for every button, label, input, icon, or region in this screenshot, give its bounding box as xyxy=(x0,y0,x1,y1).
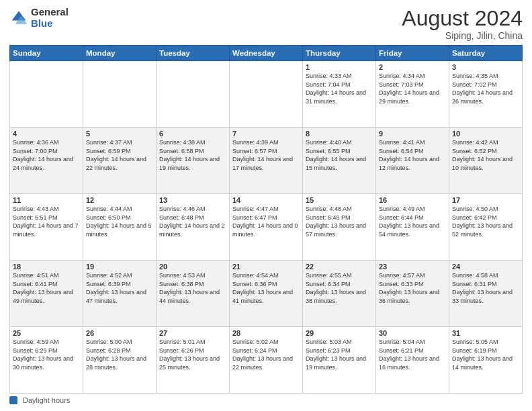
day-number: 4 xyxy=(13,130,80,138)
day-info: Sunrise: 4:55 AM Sunset: 6:34 PM Dayligh… xyxy=(306,271,373,305)
footer-dot xyxy=(9,396,17,404)
day-number: 9 xyxy=(379,130,446,138)
calendar-day-cell xyxy=(83,61,157,128)
calendar-day-cell: 12Sunrise: 4:44 AM Sunset: 6:50 PM Dayli… xyxy=(83,194,157,261)
month-title: August 2024 xyxy=(402,7,523,30)
day-info: Sunrise: 4:49 AM Sunset: 6:44 PM Dayligh… xyxy=(379,205,446,238)
day-info: Sunrise: 4:36 AM Sunset: 7:00 PM Dayligh… xyxy=(13,138,80,172)
day-info: Sunrise: 4:53 AM Sunset: 6:38 PM Dayligh… xyxy=(159,271,226,305)
calendar-week-row: 18Sunrise: 4:51 AM Sunset: 6:41 PM Dayli… xyxy=(10,261,523,327)
calendar-day-cell: 2Sunrise: 4:34 AM Sunset: 7:03 PM Daylig… xyxy=(376,61,449,128)
logo-general: General xyxy=(31,7,69,18)
calendar-day-cell: 22Sunrise: 4:55 AM Sunset: 6:34 PM Dayli… xyxy=(303,261,376,327)
calendar-day-cell xyxy=(10,61,83,128)
day-number: 16 xyxy=(379,196,446,204)
calendar-day-cell: 4Sunrise: 4:36 AM Sunset: 7:00 PM Daylig… xyxy=(10,128,83,194)
day-info: Sunrise: 4:48 AM Sunset: 6:45 PM Dayligh… xyxy=(306,205,373,238)
day-info: Sunrise: 4:35 AM Sunset: 7:02 PM Dayligh… xyxy=(452,72,519,105)
day-number: 19 xyxy=(86,263,153,271)
calendar-day-cell: 31Sunrise: 5:05 AM Sunset: 6:19 PM Dayli… xyxy=(449,327,523,394)
day-number: 14 xyxy=(232,196,300,204)
day-number: 25 xyxy=(13,329,80,337)
logo-text: General Blue xyxy=(31,7,69,29)
day-number: 2 xyxy=(379,63,446,71)
calendar-day-cell: 19Sunrise: 4:52 AM Sunset: 6:39 PM Dayli… xyxy=(83,261,157,327)
calendar-day-cell: 24Sunrise: 4:58 AM Sunset: 6:31 PM Dayli… xyxy=(449,261,523,327)
day-info: Sunrise: 5:00 AM Sunset: 6:28 PM Dayligh… xyxy=(86,338,153,371)
day-number: 6 xyxy=(159,130,226,138)
day-number: 11 xyxy=(13,196,80,204)
calendar-table: SundayMondayTuesdayWednesdayThursdayFrid… xyxy=(9,45,523,394)
calendar-day-header: Saturday xyxy=(449,46,523,61)
calendar-day-cell: 13Sunrise: 4:46 AM Sunset: 6:48 PM Dayli… xyxy=(157,194,230,261)
day-info: Sunrise: 5:05 AM Sunset: 6:19 PM Dayligh… xyxy=(452,338,519,371)
day-info: Sunrise: 4:40 AM Sunset: 6:55 PM Dayligh… xyxy=(306,138,373,172)
day-number: 12 xyxy=(86,196,153,204)
day-info: Sunrise: 4:44 AM Sunset: 6:50 PM Dayligh… xyxy=(86,205,153,238)
calendar-day-cell: 8Sunrise: 4:40 AM Sunset: 6:55 PM Daylig… xyxy=(303,128,376,194)
calendar-day-cell: 10Sunrise: 4:42 AM Sunset: 6:52 PM Dayli… xyxy=(449,128,523,194)
day-number: 26 xyxy=(86,329,153,337)
day-number: 5 xyxy=(86,130,153,138)
page: General Blue August 2024 Siping, Jilin, … xyxy=(0,0,532,411)
calendar-day-header: Thursday xyxy=(303,46,376,61)
day-info: Sunrise: 4:51 AM Sunset: 6:41 PM Dayligh… xyxy=(13,271,80,305)
calendar-day-header: Tuesday xyxy=(157,46,230,61)
day-number: 18 xyxy=(13,263,80,271)
day-info: Sunrise: 4:47 AM Sunset: 6:47 PM Dayligh… xyxy=(232,205,300,238)
day-number: 30 xyxy=(379,329,446,337)
day-info: Sunrise: 4:46 AM Sunset: 6:48 PM Dayligh… xyxy=(159,205,226,238)
day-info: Sunrise: 4:50 AM Sunset: 6:42 PM Dayligh… xyxy=(452,205,519,238)
calendar-day-cell: 3Sunrise: 4:35 AM Sunset: 7:02 PM Daylig… xyxy=(449,61,523,128)
day-info: Sunrise: 4:58 AM Sunset: 6:31 PM Dayligh… xyxy=(452,271,519,305)
day-number: 22 xyxy=(306,263,373,271)
logo-icon xyxy=(9,9,28,28)
day-number: 24 xyxy=(452,263,519,271)
calendar-day-header: Sunday xyxy=(10,46,83,61)
day-number: 17 xyxy=(452,196,519,204)
logo-blue: Blue xyxy=(31,18,69,30)
calendar-day-cell: 15Sunrise: 4:48 AM Sunset: 6:45 PM Dayli… xyxy=(303,194,376,261)
day-info: Sunrise: 4:39 AM Sunset: 6:57 PM Dayligh… xyxy=(232,138,300,172)
day-number: 21 xyxy=(232,263,300,271)
footer-label: Daylight hours xyxy=(23,396,70,404)
calendar-day-cell: 9Sunrise: 4:41 AM Sunset: 6:54 PM Daylig… xyxy=(376,128,449,194)
day-info: Sunrise: 4:34 AM Sunset: 7:03 PM Dayligh… xyxy=(379,72,446,105)
calendar-day-cell: 29Sunrise: 5:03 AM Sunset: 6:23 PM Dayli… xyxy=(303,327,376,394)
day-number: 13 xyxy=(159,196,226,204)
calendar-day-header: Wednesday xyxy=(230,46,303,61)
calendar-day-cell xyxy=(230,61,303,128)
calendar-day-cell: 11Sunrise: 4:43 AM Sunset: 6:51 PM Dayli… xyxy=(10,194,83,261)
calendar-header-row: SundayMondayTuesdayWednesdayThursdayFrid… xyxy=(10,46,523,61)
calendar-week-row: 25Sunrise: 4:59 AM Sunset: 6:29 PM Dayli… xyxy=(10,327,523,394)
calendar-day-cell xyxy=(157,61,230,128)
day-number: 7 xyxy=(232,130,300,138)
day-info: Sunrise: 5:04 AM Sunset: 6:21 PM Dayligh… xyxy=(379,338,446,371)
calendar-day-cell: 6Sunrise: 4:38 AM Sunset: 6:58 PM Daylig… xyxy=(157,128,230,194)
day-info: Sunrise: 4:52 AM Sunset: 6:39 PM Dayligh… xyxy=(86,271,153,305)
calendar-day-cell: 5Sunrise: 4:37 AM Sunset: 6:59 PM Daylig… xyxy=(83,128,157,194)
day-info: Sunrise: 4:37 AM Sunset: 6:59 PM Dayligh… xyxy=(86,138,153,172)
day-info: Sunrise: 4:43 AM Sunset: 6:51 PM Dayligh… xyxy=(13,205,80,238)
day-number: 31 xyxy=(452,329,519,337)
calendar-day-cell: 14Sunrise: 4:47 AM Sunset: 6:47 PM Dayli… xyxy=(230,194,303,261)
calendar-day-cell: 28Sunrise: 5:02 AM Sunset: 6:24 PM Dayli… xyxy=(230,327,303,394)
calendar-day-cell: 25Sunrise: 4:59 AM Sunset: 6:29 PM Dayli… xyxy=(10,327,83,394)
calendar-day-cell: 23Sunrise: 4:57 AM Sunset: 6:33 PM Dayli… xyxy=(376,261,449,327)
day-number: 3 xyxy=(452,63,519,71)
location: Siping, Jilin, China xyxy=(402,30,523,41)
day-number: 28 xyxy=(232,329,300,337)
calendar-day-cell: 20Sunrise: 4:53 AM Sunset: 6:38 PM Dayli… xyxy=(157,261,230,327)
calendar-day-cell: 17Sunrise: 4:50 AM Sunset: 6:42 PM Dayli… xyxy=(449,194,523,261)
day-info: Sunrise: 4:54 AM Sunset: 6:36 PM Dayligh… xyxy=(232,271,300,305)
day-number: 1 xyxy=(306,63,373,71)
title-block: August 2024 Siping, Jilin, China xyxy=(402,7,523,41)
day-number: 10 xyxy=(452,130,519,138)
day-info: Sunrise: 5:02 AM Sunset: 6:24 PM Dayligh… xyxy=(232,338,300,371)
calendar-day-cell: 27Sunrise: 5:01 AM Sunset: 6:26 PM Dayli… xyxy=(157,327,230,394)
calendar-day-cell: 18Sunrise: 4:51 AM Sunset: 6:41 PM Dayli… xyxy=(10,261,83,327)
calendar-week-row: 4Sunrise: 4:36 AM Sunset: 7:00 PM Daylig… xyxy=(10,128,523,194)
day-info: Sunrise: 4:41 AM Sunset: 6:54 PM Dayligh… xyxy=(379,138,446,172)
day-info: Sunrise: 4:59 AM Sunset: 6:29 PM Dayligh… xyxy=(13,338,80,371)
day-info: Sunrise: 5:03 AM Sunset: 6:23 PM Dayligh… xyxy=(306,338,373,371)
